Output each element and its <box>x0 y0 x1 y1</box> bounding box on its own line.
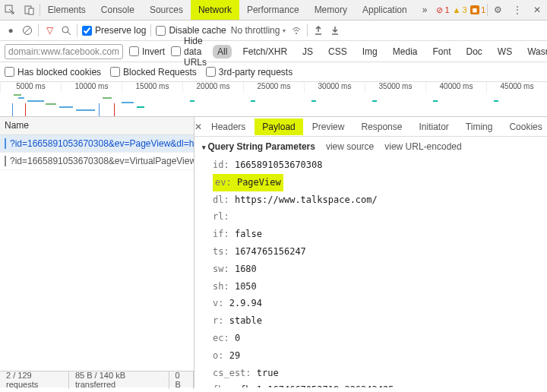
separator <box>487 4 488 16</box>
query-param: dl: https://www.talkspace.com/ <box>213 194 378 205</box>
tab-network[interactable]: Network <box>191 0 239 20</box>
request-row[interactable]: ?id=1665891053670308&ev=VirtualPageView&… <box>0 153 194 170</box>
request-detail-panel: ✕ Headers Payload Preview Response Initi… <box>194 117 547 387</box>
timeline-marker <box>99 103 100 116</box>
svg-line-6 <box>68 32 71 35</box>
separator <box>307 24 308 36</box>
payload-section-header[interactable]: Query String Parameters view source view… <box>202 141 539 152</box>
type-img[interactable]: Img <box>358 45 382 58</box>
query-param: sh: 1050 <box>213 281 257 292</box>
query-param: ev: PageView <box>213 174 283 191</box>
type-all[interactable]: All <box>213 45 232 58</box>
waterfall-timeline[interactable]: 5000 ms10000 ms15000 ms20000 ms25000 ms3… <box>0 82 547 117</box>
wifi-icon[interactable] <box>290 24 302 36</box>
network-actionbar: ● ▽ Preserve log Disable cache No thrott… <box>0 21 547 41</box>
timeline-marker <box>12 103 13 116</box>
request-list-header[interactable]: Name <box>0 117 194 135</box>
disable-cache-checkbox[interactable]: Disable cache <box>156 25 226 36</box>
query-param: o: 29 <box>213 350 240 361</box>
close-detail-icon[interactable]: ✕ <box>194 122 202 132</box>
resources-size: 0 B <box>169 371 194 389</box>
tab-overflow[interactable]: » <box>415 0 435 20</box>
inspect-icon[interactable] <box>4 4 16 16</box>
timeline-marker <box>25 103 26 116</box>
detail-tabs: ✕ Headers Payload Preview Response Initi… <box>194 117 547 137</box>
network-status-footer: 2 / 129 requests 85 B / 140 kB transferr… <box>0 371 194 387</box>
dtab-preview[interactable]: Preview <box>305 119 353 135</box>
kebab-icon[interactable]: ⋮ <box>511 4 523 16</box>
svg-rect-2 <box>29 8 33 14</box>
svg-point-7 <box>296 33 297 34</box>
network-filterbar-2: Has blocked cookies Blocked Requests 3rd… <box>0 62 547 82</box>
clear-icon[interactable] <box>21 24 33 36</box>
info-badge[interactable]: ■1 <box>470 5 486 14</box>
dtab-payload[interactable]: Payload <box>255 119 302 135</box>
view-source-link[interactable]: view source <box>326 141 374 152</box>
query-param: ts: 1674765156247 <box>213 246 306 257</box>
tab-console[interactable]: Console <box>93 0 142 20</box>
dtab-headers[interactable]: Headers <box>204 119 253 135</box>
query-param: r: stable <box>213 315 262 326</box>
third-party-checkbox[interactable]: 3rd-party requests <box>206 67 292 77</box>
warning-badge[interactable]: ▲3 <box>453 5 467 14</box>
request-list-panel: Name ?id=1665891053670308&ev=PageView&dl… <box>0 117 194 387</box>
query-param: fbp: fb.1.1674667052718.326343425 <box>213 384 394 387</box>
query-param: ec: 0 <box>213 333 240 343</box>
type-media[interactable]: Media <box>388 45 422 58</box>
device-toggle-icon[interactable] <box>24 4 36 16</box>
document-icon <box>5 138 6 149</box>
query-param: if: false <box>213 229 262 239</box>
record-icon[interactable]: ● <box>5 24 17 36</box>
dtab-initiator[interactable]: Initiator <box>411 119 456 135</box>
type-fetchxhr[interactable]: Fetch/XHR <box>238 45 292 58</box>
dtab-response[interactable]: Response <box>353 119 409 135</box>
request-row[interactable]: ?id=1665891053670308&ev=PageView&dl=htt… <box>0 135 194 153</box>
type-doc[interactable]: Doc <box>461 45 486 58</box>
request-count: 2 / 129 requests <box>0 371 69 389</box>
devtools-tabs: Elements Console Sources Network Perform… <box>0 0 547 21</box>
invert-checkbox[interactable]: Invert <box>129 46 165 57</box>
query-param: v: 2.9.94 <box>213 298 262 308</box>
hide-data-urls-checkbox[interactable]: Hide data URLs <box>171 36 207 68</box>
settings-icon[interactable]: ⚙ <box>492 4 504 16</box>
network-filterbar: Invert Hide data URLs All Fetch/XHR JS C… <box>0 41 547 62</box>
separator <box>77 24 77 36</box>
query-param: sw: 1680 <box>213 264 257 274</box>
view-url-encoded-link[interactable]: view URL-encoded <box>384 141 461 152</box>
preserve-log-checkbox[interactable]: Preserve log <box>82 25 146 36</box>
query-param: cs_est: true <box>213 368 279 378</box>
dtab-cookies[interactable]: Cookies <box>501 119 547 135</box>
filter-icon[interactable]: ▽ <box>43 24 55 36</box>
tab-memory[interactable]: Memory <box>307 0 355 20</box>
query-params: id: 1665891053670308ev: PageViewdl: http… <box>213 156 539 387</box>
svg-point-5 <box>62 27 68 33</box>
separator <box>38 24 39 36</box>
timeline-ticks: 5000 ms10000 ms15000 ms20000 ms25000 ms3… <box>0 82 547 93</box>
request-list: ?id=1665891053670308&ev=PageView&dl=htt…… <box>0 135 194 371</box>
close-icon[interactable]: ✕ <box>531 4 543 16</box>
dtab-timing[interactable]: Timing <box>458 119 501 135</box>
tab-elements[interactable]: Elements <box>40 0 93 20</box>
blocked-cookies-checkbox[interactable]: Has blocked cookies <box>5 67 101 77</box>
download-icon[interactable] <box>329 24 341 36</box>
separator <box>150 24 151 36</box>
tab-application[interactable]: Application <box>355 0 415 20</box>
type-js[interactable]: JS <box>298 45 318 58</box>
type-wasm[interactable]: Wasm <box>523 45 547 58</box>
error-badge[interactable]: ⊘1 <box>436 5 449 15</box>
section-title: Query String Parameters <box>202 141 315 152</box>
type-font[interactable]: Font <box>428 45 455 58</box>
tab-performance[interactable]: Performance <box>239 0 307 20</box>
throttling-select[interactable]: No throttling <box>231 25 286 36</box>
svg-line-4 <box>24 27 30 33</box>
blocked-requests-checkbox[interactable]: Blocked Requests <box>110 67 197 77</box>
query-param: rl: <box>213 211 229 222</box>
type-ws[interactable]: WS <box>493 45 517 58</box>
tab-sources[interactable]: Sources <box>142 0 191 20</box>
type-css[interactable]: CSS <box>324 45 352 58</box>
document-icon <box>5 156 6 166</box>
filter-input[interactable] <box>5 44 123 59</box>
query-param: id: 1665891053670308 <box>213 160 323 170</box>
upload-icon[interactable] <box>312 24 324 36</box>
search-icon[interactable] <box>60 24 72 36</box>
